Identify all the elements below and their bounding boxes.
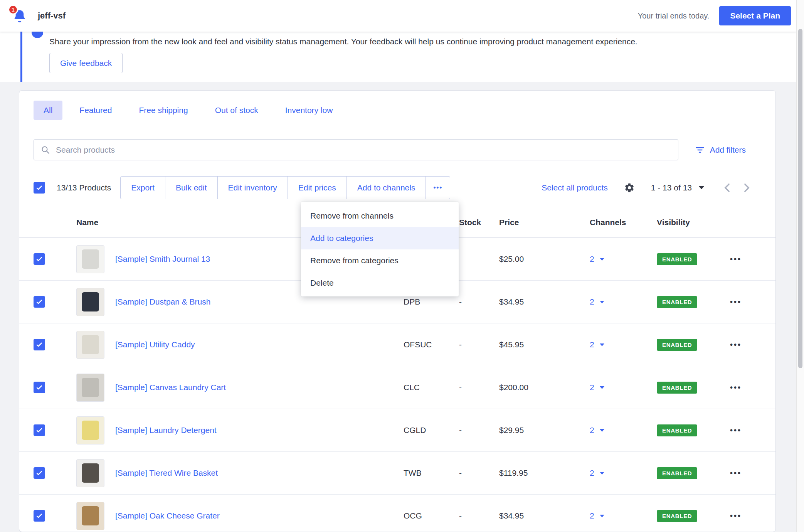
selection-summary: 13/13 Products xyxy=(57,183,111,192)
product-thumbnail[interactable] xyxy=(76,374,104,402)
menu-item-remove-from-categories[interactable]: Remove from categories xyxy=(301,249,459,272)
row-actions-button[interactable]: ••• xyxy=(725,469,775,478)
channels-caret-icon[interactable] xyxy=(600,472,604,475)
row-actions-button[interactable]: ••• xyxy=(725,383,775,392)
row-checkbox[interactable] xyxy=(34,382,45,393)
menu-item-delete[interactable]: Delete xyxy=(301,272,459,294)
checkmark-icon xyxy=(35,298,43,306)
edit-prices-button[interactable]: Edit prices xyxy=(288,176,347,199)
add-to-channels-button[interactable]: Add to channels xyxy=(346,176,426,199)
banner-accent-bar xyxy=(20,32,22,82)
search-input[interactable] xyxy=(55,145,671,155)
product-thumbnail[interactable] xyxy=(76,502,104,530)
channels-caret-icon[interactable] xyxy=(600,343,604,346)
edit-inventory-button[interactable]: Edit inventory xyxy=(217,176,288,199)
add-filters-label: Add filters xyxy=(710,145,746,155)
tab-featured[interactable]: Featured xyxy=(69,101,122,120)
product-sku: OFSUC xyxy=(404,340,459,349)
store-name: jeff-vsf xyxy=(38,11,66,21)
row-actions-button[interactable]: ••• xyxy=(725,512,775,520)
visibility-status-badge: ENABLED xyxy=(657,296,697,308)
table-settings-gear-icon[interactable] xyxy=(624,182,635,193)
channels-caret-icon[interactable] xyxy=(600,386,604,389)
tab-out-of-stock[interactable]: Out of stock xyxy=(205,101,268,120)
channels-caret-icon[interactable] xyxy=(600,301,604,303)
product-name-link[interactable]: [Sample] Oak Cheese Grater xyxy=(115,511,220,520)
row-checkbox[interactable] xyxy=(34,424,45,436)
bulk-action-buttons: ExportBulk editEdit inventoryEdit prices… xyxy=(120,176,450,199)
product-thumbnail[interactable] xyxy=(76,331,104,359)
scrollbar-thumb[interactable] xyxy=(798,29,802,368)
product-thumbnail[interactable] xyxy=(76,245,104,273)
row-checkbox[interactable] xyxy=(34,253,45,265)
channels-count-link[interactable]: 2 xyxy=(590,511,594,520)
product-sku: CLC xyxy=(404,383,459,392)
product-stock: - xyxy=(459,383,495,392)
row-checkbox[interactable] xyxy=(34,510,45,522)
channels-count-link[interactable]: 2 xyxy=(590,340,594,349)
tab-free-shipping[interactable]: Free shipping xyxy=(129,101,198,120)
checkmark-icon xyxy=(35,184,43,192)
row-actions-button[interactable]: ••• xyxy=(725,255,775,264)
row-checkbox[interactable] xyxy=(34,467,45,479)
export-button[interactable]: Export xyxy=(120,176,165,199)
row-actions-button[interactable]: ••• xyxy=(725,426,775,435)
tab-inventory-low[interactable]: Inventory low xyxy=(275,101,343,120)
search-icon xyxy=(41,145,50,155)
product-thumbnail[interactable] xyxy=(76,416,104,444)
visibility-status-badge: ENABLED xyxy=(657,467,697,479)
product-image xyxy=(82,421,99,440)
channels-caret-icon[interactable] xyxy=(600,429,604,432)
trial-status-text: Your trial ends today. xyxy=(638,12,710,20)
toolbar-right: Select all products 1 - 13 of 13 xyxy=(542,182,761,193)
product-sku: OCG xyxy=(404,511,459,520)
add-filters-button[interactable]: Add filters xyxy=(695,145,746,155)
product-thumbnail[interactable] xyxy=(76,459,104,487)
row-actions-button[interactable]: ••• xyxy=(725,340,775,349)
product-name-link[interactable]: [Sample] Canvas Laundry Cart xyxy=(115,383,226,392)
table-row: [Sample] Oak Cheese GraterOCG-$34.952ENA… xyxy=(19,495,775,532)
more-actions-button[interactable]: ••• xyxy=(426,176,450,199)
product-name-link[interactable]: [Sample] Dustpan & Brush xyxy=(115,297,210,306)
feedback-banner: Share your impression from the new look … xyxy=(0,32,796,82)
select-all-products-link[interactable]: Select all products xyxy=(542,183,608,192)
channels-caret-icon[interactable] xyxy=(600,515,604,517)
product-stock: - xyxy=(459,297,495,306)
product-name-link[interactable]: [Sample] Tiered Wire Basket xyxy=(115,468,218,477)
product-thumbnail[interactable] xyxy=(76,288,104,316)
row-actions-button[interactable]: ••• xyxy=(725,298,775,306)
product-name-link[interactable]: [Sample] Laundry Detergent xyxy=(115,426,217,434)
next-page-chevron-icon[interactable] xyxy=(744,183,750,192)
previous-page-chevron-icon[interactable] xyxy=(724,183,730,192)
select-all-checkbox[interactable] xyxy=(34,182,45,194)
channels-count-link[interactable]: 2 xyxy=(590,297,594,306)
notifications-bell-icon[interactable]: 1 xyxy=(12,7,29,25)
channels-cell: 2 xyxy=(589,254,657,264)
channels-cell: 2 xyxy=(589,297,657,306)
give-feedback-button[interactable]: Give feedback xyxy=(49,53,123,73)
product-image xyxy=(82,335,99,354)
visibility-status-badge: ENABLED xyxy=(657,382,697,394)
menu-item-remove-from-channels[interactable]: Remove from channels xyxy=(301,205,459,227)
channels-count-link[interactable]: 2 xyxy=(590,254,594,264)
channels-count-link[interactable]: 2 xyxy=(590,426,594,435)
product-sku: CGLD xyxy=(404,426,459,435)
menu-item-add-to-categories[interactable]: Add to categories xyxy=(301,227,459,249)
row-checkbox[interactable] xyxy=(34,339,45,350)
tab-all[interactable]: All xyxy=(34,101,62,120)
scrollbar-track[interactable] xyxy=(796,0,804,532)
pagination-caret-icon[interactable] xyxy=(699,186,704,189)
search-box xyxy=(34,139,678,160)
bulk-edit-button[interactable]: Bulk edit xyxy=(165,176,218,199)
channels-caret-icon[interactable] xyxy=(600,258,604,261)
product-stock: - xyxy=(459,468,495,478)
channels-count-link[interactable]: 2 xyxy=(590,383,594,392)
product-name-link[interactable]: [Sample] Smith Journal 13 xyxy=(115,254,210,263)
row-checkbox[interactable] xyxy=(34,296,45,308)
column-header-visibility: Visibility xyxy=(657,218,725,227)
notification-badge: 1 xyxy=(8,5,18,15)
table-row: [Sample] Canvas Laundry CartCLC-$200.002… xyxy=(19,366,775,409)
select-plan-button[interactable]: Select a Plan xyxy=(719,6,791,25)
product-name-link[interactable]: [Sample] Utility Caddy xyxy=(115,340,195,349)
channels-count-link[interactable]: 2 xyxy=(590,468,594,478)
